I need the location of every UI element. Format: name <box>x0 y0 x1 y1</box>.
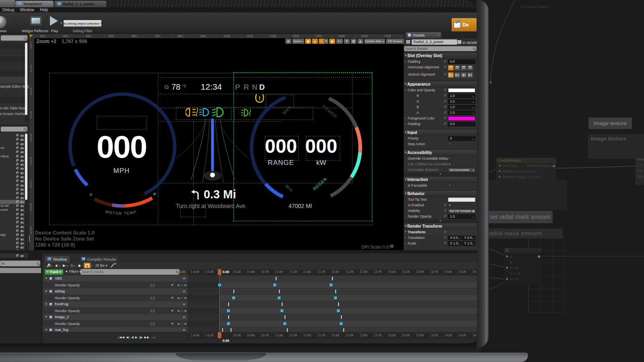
add-key-button[interactable]: + <box>183 315 185 319</box>
vertical-align-button[interactable] <box>454 72 460 78</box>
visibility-eye-icon[interactable] <box>21 234 24 236</box>
auto-key-icon[interactable]: ◆ <box>78 263 81 267</box>
transform-mode-button[interactable]: ✛ <box>344 39 350 44</box>
lock-icon[interactable] <box>16 226 18 228</box>
keyframe[interactable] <box>330 284 332 286</box>
add-key-button[interactable]: + <box>183 276 185 281</box>
lock-icon[interactable] <box>16 139 18 140</box>
track-property-frontFog[interactable]: Render Opacity0.0+◀ ◇ ▶ <box>43 308 188 314</box>
visibility-eye-icon[interactable] <box>21 255 24 257</box>
hierarchy-row[interactable] <box>0 150 25 154</box>
keyframe-options-icon[interactable]: ◇ <box>70 263 73 267</box>
keyframe[interactable] <box>227 322 230 325</box>
details-row-render-transform[interactable]: ▼Render Transform <box>404 223 477 229</box>
vertical-align-button[interactable] <box>448 72 454 78</box>
keyframe-row-frontFog-opacity[interactable] <box>188 308 477 314</box>
timeline-ruler-top[interactable]: -0.50-0.250.250.500.751.001.251.501.752.… <box>188 269 477 276</box>
vertical-align-button[interactable] <box>467 72 473 78</box>
visibility-eye-icon[interactable] <box>21 193 24 195</box>
play-dropdown-icon[interactable]: ▾ <box>60 21 62 25</box>
view-options-icon[interactable]: ◈ <box>55 263 58 267</box>
keyframe[interactable] <box>283 322 286 325</box>
visibility-eye-icon[interactable] <box>21 156 24 158</box>
keyframe[interactable] <box>281 309 283 312</box>
grid-size-stepper[interactable]: 4⇅ <box>336 39 343 44</box>
hierarchy-row[interactable] <box>0 229 25 233</box>
hierarchy-row[interactable] <box>0 196 25 200</box>
horizontal-align-button[interactable] <box>467 65 473 70</box>
details-row-behavior[interactable]: ▼Behavior <box>404 190 477 197</box>
lock-icon[interactable] <box>16 214 18 215</box>
hierarchy-row[interactable] <box>0 138 25 142</box>
window-tab-template1[interactable]: Template1* <box>15 1 54 7</box>
playhead-marker-top[interactable] <box>218 269 221 275</box>
keyframe[interactable] <box>340 322 343 325</box>
add-key-button[interactable]: + <box>171 296 173 300</box>
lock-icon[interactable] <box>16 222 18 223</box>
compiler-results-tab[interactable]: Compiler Results <box>79 256 118 262</box>
add-key-button[interactable]: + <box>171 321 173 326</box>
lock-icon[interactable] <box>16 247 18 248</box>
visibility-eye-icon[interactable] <box>21 239 24 241</box>
hierarchy-search-input[interactable] <box>1 127 27 132</box>
hierarchy-row[interactable]: lap] <box>0 233 25 237</box>
is-variable-checkbox[interactable]: ✓ <box>458 40 461 44</box>
add-key-button[interactable]: + <box>171 283 173 287</box>
vertical-align-button[interactable] <box>461 72 466 78</box>
keyframe-row-Image_2-opacity[interactable] <box>188 321 477 327</box>
keyframe[interactable] <box>227 309 230 312</box>
anchor-button[interactable]: ▣ <box>305 39 311 44</box>
hierarchy-row[interactable] <box>0 142 25 146</box>
canvas-viewport[interactable]: CHMOTOR TEMP.MAXMINPOWERREGEN Zoom +2 1,… <box>34 38 404 250</box>
menu-help[interactable]: Help <box>40 8 48 12</box>
add-key-button[interactable]: + <box>171 309 173 313</box>
visibility-eye-icon[interactable] <box>21 201 24 203</box>
timeline-tab[interactable]: Timeline <box>45 256 70 262</box>
visibility-eye-icon[interactable] <box>21 243 24 245</box>
lock-icon[interactable] <box>16 205 18 207</box>
alignment-toggle[interactable]: ≡R <box>319 39 328 44</box>
lock-icon[interactable] <box>16 147 18 149</box>
hierarchy-row[interactable] <box>0 187 25 191</box>
details-search-input[interactable]: Search Details <box>404 46 477 51</box>
keyframe[interactable] <box>232 296 235 299</box>
visibility-eye-icon[interactable] <box>21 218 24 220</box>
animations-search-input[interactable]: ns <box>0 261 40 266</box>
hierarchy-row[interactable]: nd <box>0 146 25 150</box>
keyframe-row-airbag-opacity[interactable] <box>188 295 477 301</box>
visibility-eye-icon[interactable] <box>21 168 24 170</box>
details-row-input[interactable]: ▼Input <box>404 129 477 136</box>
details-tab[interactable]: Details ▾ <box>406 32 441 38</box>
hierarchy-row[interactable]: l Box] <box>0 154 25 158</box>
details-row-interaction[interactable]: ▼Interaction <box>404 176 477 183</box>
playhead-marker-bottom[interactable] <box>218 332 221 338</box>
timeline-keyframes-area[interactable] <box>188 276 477 340</box>
horizontal-align-button[interactable] <box>448 65 454 70</box>
lock-icon[interactable] <box>16 209 18 211</box>
lock-icon[interactable] <box>16 135 18 136</box>
visibility-eye-icon[interactable] <box>21 247 24 249</box>
flag-dropdown[interactable]: None▼ <box>292 39 304 44</box>
hierarchy-row[interactable] <box>0 200 25 204</box>
lock-icon[interactable] <box>16 255 18 257</box>
hierarchy-row[interactable] <box>0 212 25 216</box>
visibility-eye-icon[interactable] <box>21 197 24 199</box>
visibility-eye-icon[interactable] <box>21 185 24 187</box>
snap-toggle-button[interactable] <box>84 263 91 268</box>
lock-icon[interactable] <box>16 243 18 244</box>
visibility-eye-icon[interactable] <box>21 147 24 149</box>
widget-name-field[interactable]: Radial_2_2_power <box>412 39 457 45</box>
track-property-ABS[interactable]: Render Opacity0.0+◀ ◇ ▶ <box>43 282 188 288</box>
add-key-button[interactable]: + <box>183 289 185 294</box>
visibility-eye-icon[interactable] <box>21 180 24 182</box>
lock-icon[interactable] <box>16 164 18 165</box>
horizontal-align-button[interactable] <box>454 65 460 70</box>
lock-icon[interactable] <box>16 185 18 186</box>
lock-icon[interactable] <box>16 201 18 203</box>
dpi-settings-gear-icon[interactable]: ⚙ <box>390 244 394 249</box>
localization-preview-button[interactable]: ◍ <box>285 39 291 44</box>
lock-icon[interactable] <box>16 156 18 157</box>
keyframe-row-frontFog[interactable] <box>188 301 477 307</box>
browse-icon[interactable] <box>0 16 6 28</box>
menu-debug[interactable]: Debug <box>2 8 14 12</box>
